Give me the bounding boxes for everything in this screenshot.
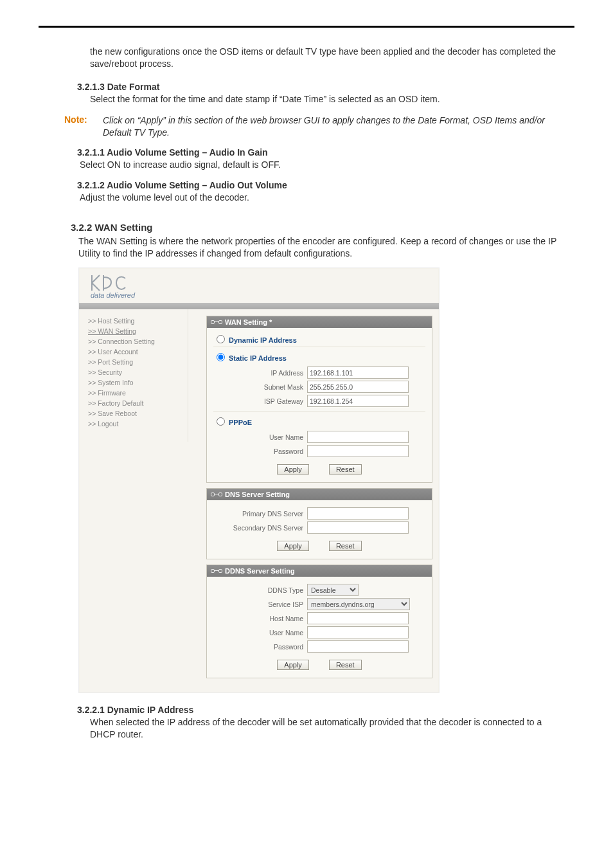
label-subnet-mask: Subnet Mask <box>213 383 307 391</box>
nav-host-setting[interactable]: >> Host Setting <box>88 316 184 326</box>
nav-factory-default[interactable]: >> Factory Default <box>88 398 184 408</box>
input-subnet-mask[interactable] <box>307 381 409 393</box>
embedded-ui-screenshot: data delivered >> Host Setting >> WAN Se… <box>78 267 440 693</box>
option-dynamic-ip[interactable]: Dynamic IP Address <box>213 333 425 347</box>
label-ip-address: IP Address <box>213 369 307 377</box>
nav-user-account[interactable]: >> User Account <box>88 347 184 357</box>
radio-static-ip[interactable] <box>217 353 225 361</box>
brand-logo-icon <box>89 273 141 293</box>
note-block: Note: Click on “Apply” in this section o… <box>64 114 562 139</box>
sidebar: >> Host Setting >> WAN Setting >> Connec… <box>79 309 188 442</box>
input-pppoe-user[interactable] <box>307 431 409 443</box>
label-ddns-type: DDNS Type <box>213 586 307 594</box>
nav-wan-setting[interactable]: >> WAN Setting <box>88 326 184 336</box>
nav-connection-setting[interactable]: >> Connection Setting <box>88 336 184 347</box>
link-icon <box>211 568 222 574</box>
label-pppoe: PPPoE <box>229 419 252 426</box>
panel-dns-title: DNS Server Setting <box>225 491 290 498</box>
text-audio-out: Adjust the volume level out of the decod… <box>80 192 562 204</box>
heading-dynamic-ip: 3.2.2.1 Dynamic IP Address <box>77 705 562 715</box>
header-bar <box>79 303 439 309</box>
nav-firmware[interactable]: >> Firmware <box>88 388 184 398</box>
panel-dns: DNS Server Setting Primary DNS Server Se… <box>206 488 432 559</box>
input-ip-address[interactable] <box>307 366 409 379</box>
page-content: the new configurations once the OSD item… <box>0 46 613 775</box>
heading-audio-in: 3.2.1.1 Audio Volume Setting – Audio In … <box>77 147 562 158</box>
input-ddns-host[interactable] <box>307 612 409 624</box>
input-secondary-dns[interactable] <box>307 521 409 534</box>
brand-tagline: data delivered <box>91 291 434 299</box>
nav-save-reboot[interactable]: >> Save Reboot <box>88 408 184 419</box>
radio-dynamic-ip[interactable] <box>217 335 225 343</box>
option-pppoe[interactable]: PPPoE <box>213 411 425 429</box>
panel-wan-setting: WAN Setting * Dynamic IP Address Static … <box>206 316 432 483</box>
panel-wan-header: WAN Setting * <box>207 316 432 328</box>
nav-logout[interactable]: >> Logout <box>88 419 184 429</box>
label-ddns-host: Host Name <box>213 615 307 622</box>
text-dynamic-ip: When selected the IP address of the deco… <box>90 716 562 741</box>
input-ddns-user[interactable] <box>307 626 409 638</box>
main-area: WAN Setting * Dynamic IP Address Static … <box>188 309 439 692</box>
label-primary-dns: Primary DNS Server <box>213 510 307 518</box>
heading-wan-setting: 3.2.2 WAN Setting <box>71 222 562 233</box>
heading-date-format: 3.2.1.3 Date Format <box>77 82 562 92</box>
dns-apply-button[interactable]: Apply <box>277 541 309 551</box>
note-label: Note: <box>64 114 103 139</box>
link-icon <box>211 491 222 498</box>
wan-reset-button[interactable]: Reset <box>329 464 362 475</box>
label-ddns-pass: Password <box>213 643 307 651</box>
text-audio-in: Select ON to increase audio signal, defa… <box>80 159 562 171</box>
input-isp-gateway[interactable] <box>307 395 409 407</box>
intro-paragraph: the new configurations once the OSD item… <box>90 46 562 70</box>
label-pppoe-user: User Name <box>213 433 307 441</box>
wan-apply-button[interactable]: Apply <box>277 464 309 475</box>
text-wan-setting: The WAN Setting is where the network pro… <box>78 235 562 260</box>
nav-port-setting[interactable]: >> Port Setting <box>88 357 184 367</box>
panel-wan-title: WAN Setting * <box>225 318 272 326</box>
panel-dns-header: DNS Server Setting <box>207 489 432 500</box>
link-icon <box>211 319 222 325</box>
select-service-isp[interactable]: members.dyndns.org <box>307 598 410 610</box>
option-static-ip[interactable]: Static IP Address <box>213 347 425 365</box>
panel-ddns: DDNS Server Setting DDNS Type Desable Se… <box>206 565 432 678</box>
ddns-reset-button[interactable]: Reset <box>329 660 362 670</box>
label-isp-gateway: ISP Gateway <box>213 397 307 405</box>
label-pppoe-pass: Password <box>213 448 307 455</box>
radio-pppoe[interactable] <box>217 417 225 426</box>
input-ddns-pass[interactable] <box>307 640 409 653</box>
brand-area: data delivered <box>79 268 439 300</box>
label-static-ip: Static IP Address <box>229 354 287 362</box>
nav-security[interactable]: >> Security <box>88 367 184 377</box>
nav-system-info[interactable]: >> System Info <box>88 377 184 388</box>
label-service-isp: Service ISP <box>213 601 307 608</box>
label-ddns-user: User Name <box>213 629 307 637</box>
label-secondary-dns: Secondary DNS Server <box>213 524 307 532</box>
select-ddns-type[interactable]: Desable <box>307 584 359 596</box>
input-pppoe-pass[interactable] <box>307 445 409 457</box>
text-date-format: Select the format for the time and date … <box>90 93 562 105</box>
ddns-apply-button[interactable]: Apply <box>277 660 309 670</box>
panel-ddns-title: DDNS Server Setting <box>225 567 295 575</box>
label-dynamic-ip: Dynamic IP Address <box>229 336 297 344</box>
page-rule <box>39 26 574 28</box>
heading-audio-out: 3.2.1.2 Audio Volume Setting – Audio Out… <box>77 180 562 190</box>
note-text: Click on “Apply” in this section of the … <box>103 114 562 139</box>
dns-reset-button[interactable]: Reset <box>329 541 362 551</box>
panel-ddns-header: DDNS Server Setting <box>207 565 432 577</box>
input-primary-dns[interactable] <box>307 507 409 520</box>
